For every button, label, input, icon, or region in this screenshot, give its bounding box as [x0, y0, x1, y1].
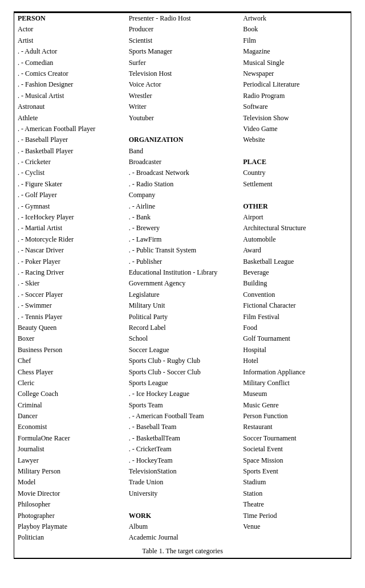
cell-col0-row46: Playboy Playmate — [14, 521, 125, 532]
table-row: AstronautWriterSoftware — [14, 101, 351, 112]
cell-col1-row3: Sports Manager — [125, 46, 240, 57]
cell-col2-row34: Museum — [240, 389, 351, 399]
cell-col0-row7: . - Musical Artist — [14, 91, 125, 101]
cell-col2-row36: Person Function — [240, 411, 351, 422]
cell-col0-row6: . - Fashion Designer — [14, 79, 125, 90]
table-row: . - Soccer PlayerLegislatureConvention — [14, 289, 351, 300]
cell-col0-row13: . - Cricketer — [14, 157, 125, 168]
table-row: CriminalSports TeamMusic Genre — [14, 400, 351, 411]
table-row: . - Musical ArtistWrestlerRadio Program — [14, 91, 351, 101]
cell-col2-row8: Software — [240, 101, 351, 112]
cell-col1-row25: Legislature — [125, 289, 240, 300]
table-row: Playboy PlaymateAlbumVenue — [14, 521, 351, 532]
table-row: ChefSports Club - Rugby ClubHotel — [14, 356, 351, 366]
table-caption: Table 1. The target categories — [14, 544, 351, 558]
table-row: . - Figure Skater. - Radio StationSettle… — [14, 179, 351, 190]
cell-col1-row36: . - American Football Team — [125, 411, 240, 422]
cell-col0-row35: Criminal — [14, 400, 125, 411]
table-row: . - Cyclist. - Broadcast NetworkCountry — [14, 168, 351, 178]
cell-col2-row42: Stadium — [240, 477, 351, 488]
cell-col1-row33: Sports League — [125, 378, 240, 389]
cell-col2-row10: Video Game — [240, 124, 351, 134]
cell-col1-row45: WORK — [125, 511, 240, 521]
cell-col2-row13: PLACE — [240, 157, 351, 168]
cell-col1-row44 — [125, 499, 240, 510]
cell-col1-row46: Album — [125, 521, 240, 532]
categories-table: PERSONPresenter - Radio HostArtworkActor… — [14, 12, 351, 544]
table-row: PoliticianAcademic Journal — [14, 532, 351, 543]
cell-col1-row2: Scientist — [125, 35, 240, 46]
cell-col1-row29: School — [125, 333, 240, 344]
cell-col2-row35: Music Genre — [240, 400, 351, 411]
table-row: PhilosopherTheatre — [14, 499, 351, 510]
cell-col0-row26: . - Swimmer — [14, 300, 125, 311]
cell-col1-row20: . - LawFirm — [125, 234, 240, 245]
cell-col1-row39: . - CricketTeam — [125, 444, 240, 455]
cell-col0-row34: College Coach — [14, 389, 125, 399]
cell-col0-row16: . - Golf Player — [14, 190, 125, 201]
cell-col1-row7: Wrestler — [125, 91, 240, 101]
cell-col1-row28: Record Label — [125, 322, 240, 333]
cell-col0-row4: . - Comedian — [14, 58, 125, 68]
cell-col0-row3: . - Adult Actor — [14, 46, 125, 57]
cell-col2-row22: Basketball League — [240, 256, 351, 267]
cell-col0-row12: . - Basketball Player — [14, 146, 125, 157]
cell-col2-row7: Radio Program — [240, 91, 351, 101]
cell-col1-row42: Trade Union — [125, 477, 240, 488]
cell-col0-row21: . - Nascar Driver — [14, 245, 125, 256]
cell-col2-row0: Artwork — [240, 13, 351, 24]
table-row: College Coach. - Ice Hockey LeagueMuseum — [14, 389, 351, 399]
table-row: Journalist. - CricketTeamSocietal Event — [14, 444, 351, 455]
cell-col0-row10: . - American Football Player — [14, 124, 125, 134]
cell-col1-row6: Voice Actor — [125, 79, 240, 90]
cell-col1-row14: . - Broadcast Network — [125, 168, 240, 178]
table-row: . - IceHockey Player. - BankAirport — [14, 212, 351, 223]
table-row: PhotographerWORKTime Period — [14, 511, 351, 521]
cell-col0-row45: Photographer — [14, 511, 125, 521]
cell-col2-row31: Hotel — [240, 356, 351, 366]
cell-col1-row35: Sports Team — [125, 400, 240, 411]
table-row: . - CricketerBroadcasterPLACE — [14, 157, 351, 168]
cell-col2-row17: OTHER — [240, 201, 351, 212]
cell-col2-row14: Country — [240, 168, 351, 178]
cell-col1-row30: Soccer League — [125, 345, 240, 356]
table-row: . - Racing DriverEducational Institution… — [14, 267, 351, 278]
table-row: . - Basketball PlayerBand — [14, 146, 351, 157]
cell-col2-row45: Time Period — [240, 511, 351, 521]
table-row: PERSONPresenter - Radio HostArtwork — [14, 13, 351, 24]
cell-col1-row9: Youtuber — [125, 113, 240, 124]
cell-col0-row8: Astronaut — [14, 101, 125, 112]
cell-col1-row10 — [125, 124, 240, 134]
table-row: . - SwimmerMilitary UnitFictional Charac… — [14, 300, 351, 311]
cell-col0-row5: . - Comics Creator — [14, 68, 125, 79]
cell-col0-row44: Philosopher — [14, 499, 125, 510]
main-table-container: PERSONPresenter - Radio HostArtworkActor… — [14, 11, 351, 559]
cell-col0-row15: . - Figure Skater — [14, 179, 125, 190]
cell-col2-row30: Hospital — [240, 345, 351, 356]
table-row: . - American Football PlayerVideo Game — [14, 124, 351, 134]
table-row: . - Motorcycle Rider. - LawFirmAutomobil… — [14, 234, 351, 245]
cell-col2-row33: Military Conflict — [240, 378, 351, 389]
table-row: . - SkierGovernment AgencyBuilding — [14, 278, 351, 289]
cell-col2-row47 — [240, 532, 351, 543]
table-row: ActorProducerBook — [14, 24, 351, 35]
cell-col0-row41: Military Person — [14, 466, 125, 477]
table-row: Movie DirectorUniversityStation — [14, 488, 351, 499]
cell-col1-row13: Broadcaster — [125, 157, 240, 168]
cell-col2-row32: Information Appliance — [240, 367, 351, 378]
cell-col2-row23: Beverage — [240, 267, 351, 278]
cell-col2-row3: Magazine — [240, 46, 351, 57]
cell-col2-row37: Restaurant — [240, 422, 351, 432]
cell-col0-row14: . - Cyclist — [14, 168, 125, 178]
table-row: . - ComedianSurferMusical Single — [14, 58, 351, 68]
cell-col2-row21: Award — [240, 245, 351, 256]
cell-col2-row5: Newspaper — [240, 68, 351, 79]
cell-col1-row27: Political Party — [125, 312, 240, 322]
table-row: . - Adult ActorSports ManagerMagazine — [14, 46, 351, 57]
cell-col1-row0: Presenter - Radio Host — [125, 13, 240, 24]
table-row: BoxerSchoolGolf Tournament — [14, 333, 351, 344]
table-row: Dancer. - American Football TeamPerson F… — [14, 411, 351, 422]
cell-col1-row17: . - Airline — [125, 201, 240, 212]
cell-col0-row23: . - Racing Driver — [14, 267, 125, 278]
table-row: . - Martial Artist. - BreweryArchitectur… — [14, 223, 351, 234]
